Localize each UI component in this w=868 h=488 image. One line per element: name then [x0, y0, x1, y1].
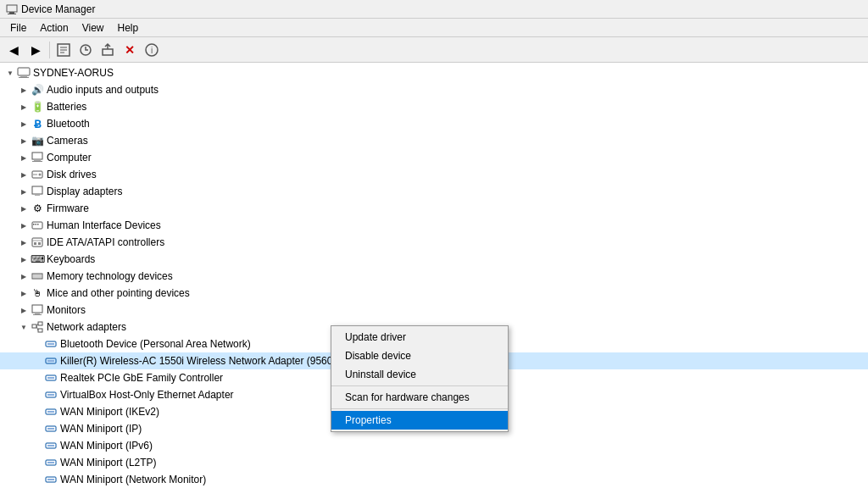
svg-rect-41	[38, 329, 42, 332]
tree-monitors[interactable]: Monitors	[0, 302, 868, 319]
svg-rect-8	[103, 49, 113, 55]
hid-expand-icon	[17, 219, 31, 232]
realtek-icon	[44, 371, 58, 385]
svg-rect-53	[47, 411, 54, 413]
memory-expand-icon	[17, 269, 31, 283]
toolbar-forward[interactable]: ▶	[25, 40, 46, 60]
svg-rect-14	[32, 152, 42, 159]
svg-rect-51	[47, 394, 54, 396]
context-menu: Update driver Disable device Uninstall d…	[331, 325, 509, 432]
svg-rect-25	[37, 224, 39, 225]
root-expand-icon	[3, 66, 17, 80]
svg-rect-20	[32, 186, 42, 194]
toolbar-back[interactable]: ◀	[3, 40, 24, 60]
tree-audio[interactable]: 🔊 Audio inputs and outputs	[0, 81, 868, 98]
ctx-uninstall-device[interactable]: Uninstall device	[331, 365, 508, 384]
svg-rect-49	[47, 377, 54, 379]
monitors-icon	[31, 303, 44, 317]
tree-disk[interactable]: Disk drives	[0, 166, 868, 183]
tree-batteries[interactable]: 🔋 Batteries	[0, 98, 868, 115]
keyboard-icon: ⌨	[31, 252, 44, 266]
monitors-expand-icon	[17, 303, 31, 317]
tree-wan-l2tp[interactable]: WAN Miniport (L2TP)	[0, 454, 868, 471]
vbox-expand	[31, 388, 44, 402]
root-label: SYDNEY-AORUS	[33, 67, 114, 79]
bt-pan-label: Bluetooth Device (Personal Area Network)	[60, 338, 251, 350]
toolbar-properties[interactable]	[53, 40, 74, 60]
menu-help[interactable]: Help	[111, 20, 146, 36]
bt-pan-icon	[44, 337, 58, 351]
audio-expand-icon	[17, 83, 31, 97]
device-tree[interactable]: SYDNEY-AORUS 🔊 Audio inputs and outputs …	[0, 63, 868, 488]
wan-ip-icon	[44, 422, 58, 435]
display-label: Display adapters	[47, 186, 122, 197]
menu-action[interactable]: Action	[33, 20, 75, 36]
tree-keyboards[interactable]: ⌨ Keyboards	[0, 251, 868, 268]
bt-pan-expand	[31, 337, 44, 351]
tree-computer[interactable]: Computer	[0, 149, 868, 166]
main-content: SYDNEY-AORUS 🔊 Audio inputs and outputs …	[0, 63, 868, 488]
window-title: Device Manager	[21, 3, 95, 15]
wan-netmon-icon	[44, 473, 58, 486]
memory-icon	[31, 269, 44, 283]
tree-wan-netmon[interactable]: WAN Miniport (Network Monitor)	[0, 471, 868, 488]
disk-label: Disk drives	[47, 169, 97, 180]
firmware-label: Firmware	[47, 202, 89, 214]
firmware-icon: ⚙	[31, 202, 44, 215]
ctx-update-driver[interactable]: Update driver	[331, 328, 508, 347]
svg-rect-37	[35, 313, 40, 314]
cameras-label: Cameras	[47, 135, 88, 147]
computer-icon2	[31, 151, 44, 164]
svg-rect-13	[19, 77, 29, 78]
mice-icon: 🖱	[31, 286, 44, 300]
tree-ide[interactable]: IDE ATA/ATAPI controllers	[0, 234, 868, 251]
wan-ip-label: WAN Miniport (IP)	[60, 423, 142, 435]
svg-rect-55	[47, 428, 54, 430]
menu-file[interactable]: File	[3, 20, 33, 36]
svg-rect-23	[33, 224, 35, 225]
wan-ipv6-expand	[31, 439, 44, 452]
toolbar-remove[interactable]: ✕	[120, 40, 140, 60]
tree-root[interactable]: SYDNEY-AORUS	[0, 64, 868, 81]
ide-label: IDE ATA/ATAPI controllers	[47, 236, 164, 248]
display-expand-icon	[17, 185, 31, 198]
tree-display[interactable]: Display adapters	[0, 183, 868, 200]
ctx-scan-hardware[interactable]: Scan for hardware changes	[331, 388, 508, 407]
wan-ip-expand	[31, 422, 44, 435]
svg-point-18	[39, 174, 42, 176]
tree-cameras[interactable]: 📷 Cameras	[0, 132, 868, 149]
camera-icon: 📷	[31, 134, 44, 147]
menu-view[interactable]: View	[75, 20, 111, 36]
killer-label: Killer(R) Wireless-AC 1550i Wireless Net…	[60, 355, 340, 367]
svg-rect-1	[9, 12, 14, 14]
toolbar-info[interactable]: i	[142, 40, 162, 60]
svg-rect-21	[35, 194, 40, 196]
tree-hid[interactable]: Human Interface Devices	[0, 217, 868, 234]
mice-expand-icon	[17, 286, 31, 300]
keyboards-expand-icon	[17, 252, 31, 266]
tree-wan-ipv6[interactable]: WAN Miniport (IPv6)	[0, 437, 868, 454]
killer-icon	[44, 354, 58, 368]
tree-firmware[interactable]: ⚙ Firmware	[0, 200, 868, 217]
ctx-sep-2	[331, 408, 508, 409]
computer-label: Computer	[47, 152, 92, 164]
title-bar: Device Manager	[0, 0, 868, 19]
audio-label: Audio inputs and outputs	[47, 84, 159, 96]
wan-netmon-expand	[31, 473, 44, 486]
ctx-properties[interactable]: Properties	[331, 411, 508, 430]
toolbar-scan[interactable]	[75, 40, 96, 60]
realtek-label: Realtek PCIe GbE Family Controller	[60, 372, 223, 384]
mice-label: Mice and other pointing devices	[47, 287, 190, 299]
tree-bluetooth[interactable]: Ƀ Bluetooth	[0, 115, 868, 132]
tree-memory[interactable]: Memory technology devices	[0, 268, 868, 285]
svg-rect-61	[47, 479, 54, 480]
firmware-expand-icon	[17, 202, 31, 215]
toolbar-update[interactable]	[97, 40, 118, 60]
monitors-label: Monitors	[47, 304, 86, 316]
tree-mice[interactable]: 🖱 Mice and other pointing devices	[0, 285, 868, 302]
ctx-disable-device[interactable]: Disable device	[331, 347, 508, 365]
wan-ipv6-icon	[44, 439, 58, 452]
batteries-expand-icon	[17, 100, 31, 114]
svg-text:i: i	[151, 46, 153, 55]
wan-netmon-label: WAN Miniport (Network Monitor)	[60, 474, 206, 485]
